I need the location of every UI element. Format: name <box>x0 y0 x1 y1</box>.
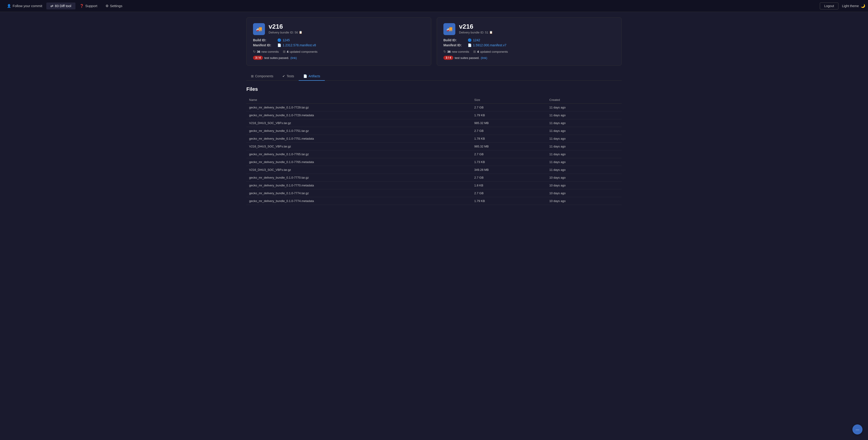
col-header-created: Created <box>547 96 622 104</box>
components-icon-left: ⊞ <box>283 50 286 54</box>
copy-icon-left[interactable]: 📋 <box>299 31 302 34</box>
table-row[interactable]: gecko_mr_delivery_bundle_0.1.0-7770.meta… <box>246 182 622 189</box>
file-name: gecko_mr_delivery_bundle_0.1.0-7751.tar.… <box>246 127 472 135</box>
bundle-header-right: 🚚 v216 Delivery bundle ID: 51 📋 <box>443 23 615 35</box>
table-row[interactable]: gecko_mr_delivery_bundle_0.1.0-7729.meta… <box>246 112 622 119</box>
bundle-icon-left: 🚚 <box>253 23 265 35</box>
col-header-size: Size <box>472 96 547 104</box>
file-created: 11 days ago <box>547 127 622 135</box>
bundle-version-left: v216 <box>269 23 302 30</box>
bundle-stats-right: ↻ 36 new commits ⊞ 4 updated components <box>443 50 615 54</box>
bundle-stats-left: ↻ 36 new commits ⊞ 4 updated components <box>253 50 425 54</box>
manifest-icon-right: 📄 <box>468 43 472 47</box>
file-created: 11 days ago <box>547 158 622 166</box>
file-created: 11 days ago <box>547 150 622 158</box>
settings-icon: ⚙ <box>105 4 108 8</box>
file-created: 10 days ago <box>547 189 622 197</box>
diff-icon: ⇄ <box>51 4 54 8</box>
tab-artifacts[interactable]: 📄 Artifacts <box>299 72 325 81</box>
table-row[interactable]: V216_DHU3_SOC_VBFs.tar.gz 349.28 MB 11 d… <box>246 166 622 174</box>
test-link-right[interactable]: (link) <box>481 56 487 60</box>
tab-components[interactable]: ⊞ Components <box>246 72 278 81</box>
build-id-link-right[interactable]: 1242 <box>473 38 480 42</box>
bundle-header-left: 🚚 v216 Delivery bundle ID: 56 📋 <box>253 23 425 35</box>
file-size: 2.7 GB <box>472 127 547 135</box>
bundle-delivery-right: Delivery bundle ID: 51 📋 <box>459 31 493 34</box>
table-row[interactable]: gecko_mr_delivery_bundle_0.1.0-7774.meta… <box>246 197 622 205</box>
files-table-body: gecko_mr_delivery_bundle_0.1.0-7729.tar.… <box>246 104 622 205</box>
files-table: Name Size Created gecko_mr_delivery_bund… <box>246 96 622 205</box>
test-link-left[interactable]: (link) <box>290 56 297 60</box>
components-icon-right: ⊞ <box>473 50 476 54</box>
file-created: 11 days ago <box>547 135 622 143</box>
nav-settings-label: Settings <box>110 4 122 8</box>
table-row[interactable]: V216_DHU3_SOC_VBFs.tar.gz 985.32 MB 11 d… <box>246 119 622 127</box>
file-name: gecko_mr_delivery_bundle_0.1.0-7729.tar.… <box>246 104 472 112</box>
file-name: gecko_mr_delivery_bundle_0.1.0-7751.meta… <box>246 135 472 143</box>
logout-button[interactable]: Logout <box>820 2 838 9</box>
bundle-meta-right: Build ID: 🔵 1242 Manifest ID: 📄 1.5912.0… <box>443 38 615 47</box>
tabs-bar: ⊞ Components ✔ Tests 📄 Artifacts <box>246 72 622 81</box>
tab-tests[interactable]: ✔ Tests <box>278 72 299 81</box>
bundle-title-right: v216 Delivery bundle ID: 51 📋 <box>459 23 493 34</box>
nav-support-label: Support <box>85 4 97 8</box>
nav-support[interactable]: ❓ Support <box>75 2 102 9</box>
build-id-link-left[interactable]: 1245 <box>283 38 290 42</box>
files-title: Files <box>246 86 622 92</box>
float-action-button[interactable]: ··· <box>852 425 863 435</box>
nav-settings[interactable]: ⚙ Settings <box>101 2 126 9</box>
file-created: 10 days ago <box>547 174 622 182</box>
build-id-row-right: Build ID: 🔵 1242 <box>443 38 615 42</box>
manifest-icon-left: 📄 <box>277 43 281 47</box>
files-table-head: Name Size Created <box>246 96 622 104</box>
tests-tab-icon: ✔ <box>282 74 285 78</box>
bundle-version-right: v216 <box>459 23 493 30</box>
file-name: gecko_mr_delivery_bundle_0.1.0-7729.meta… <box>246 112 472 119</box>
manifest-id-row-right: Manifest ID: 📄 1.5912.000.manifest.v7 <box>443 43 615 47</box>
file-name: gecko_mr_delivery_bundle_0.1.0-7770.meta… <box>246 182 472 189</box>
file-name: gecko_mr_delivery_bundle_0.1.0-7774.meta… <box>246 197 472 205</box>
main-content: 🚚 v216 Delivery bundle ID: 56 📋 Build ID… <box>239 12 629 211</box>
table-row[interactable]: gecko_mr_delivery_bundle_0.1.0-7770.tar.… <box>246 174 622 182</box>
build-icon-right: 🔵 <box>468 38 472 42</box>
file-size: 349.28 MB <box>472 166 547 174</box>
table-row[interactable]: gecko_mr_delivery_bundle_0.1.0-7751.meta… <box>246 135 622 143</box>
file-name: gecko_mr_delivery_bundle_0.1.0-7765.meta… <box>246 158 472 166</box>
manifest-id-link-left[interactable]: 1.2312.578.manifest.v8 <box>283 43 316 47</box>
file-name: gecko_mr_delivery_bundle_0.1.0-7765.tar.… <box>246 150 472 158</box>
components-stat-left: ⊞ 4 updated components <box>283 50 317 54</box>
file-created: 10 days ago <box>547 197 622 205</box>
commits-stat-right: ↻ 36 new commits <box>443 50 469 54</box>
table-row[interactable]: gecko_mr_delivery_bundle_0.1.0-7765.tar.… <box>246 150 622 158</box>
topnav: 👤 Follow your commit ⇄ 83 Diff tool ❓ Su… <box>0 0 868 12</box>
table-row[interactable]: gecko_mr_delivery_bundle_0.1.0-7751.tar.… <box>246 127 622 135</box>
test-badge-right: 3 / 4 test suites passed. (link) <box>443 56 487 60</box>
file-created: 11 days ago <box>547 119 622 127</box>
commits-icon-right: ↻ <box>443 50 446 54</box>
table-row[interactable]: gecko_mr_delivery_bundle_0.1.0-7765.meta… <box>246 158 622 166</box>
file-size: 985.32 MB <box>472 119 547 127</box>
manifest-id-row-left: Manifest ID: 📄 1.2312.578.manifest.v8 <box>253 43 425 47</box>
nav-follow-commit[interactable]: 👤 Follow your commit <box>3 2 46 9</box>
bundle-title-left: v216 Delivery bundle ID: 56 📋 <box>269 23 302 34</box>
file-size: 2.7 GB <box>472 174 547 182</box>
topnav-right: Logout Light theme 🌙 <box>820 2 865 9</box>
file-size: 1.78 KB <box>472 135 547 143</box>
table-row[interactable]: gecko_mr_delivery_bundle_0.1.0-7729.tar.… <box>246 104 622 112</box>
file-size: 2.7 GB <box>472 189 547 197</box>
theme-label-text: Light theme <box>842 4 859 8</box>
theme-toggle[interactable]: Light theme 🌙 <box>842 4 865 8</box>
nav-diff-tool[interactable]: ⇄ 83 Diff tool <box>46 2 75 9</box>
components-stat-right: ⊞ 4 updated components <box>473 50 508 54</box>
file-size: 1.8 KB <box>472 182 547 189</box>
manifest-id-link-right[interactable]: 1.5912.000.manifest.v7 <box>473 43 506 47</box>
file-name: V216_DHU3_SOC_VBFs.tar.gz <box>246 119 472 127</box>
bundle-delivery-left: Delivery bundle ID: 56 📋 <box>269 31 302 34</box>
table-row[interactable]: V216_DHU3_SOC_VBFs.tar.gz 985.32 MB 11 d… <box>246 143 622 150</box>
file-created: 11 days ago <box>547 143 622 150</box>
tab-artifacts-label: Artifacts <box>309 74 320 78</box>
table-row[interactable]: gecko_mr_delivery_bundle_0.1.0-7774.tar.… <box>246 189 622 197</box>
file-name: V216_DHU3_SOC_VBFs.tar.gz <box>246 143 472 150</box>
copy-icon-right[interactable]: 📋 <box>489 31 493 34</box>
bundle-meta-left: Build ID: 🔵 1245 Manifest ID: 📄 1.2312.5… <box>253 38 425 47</box>
